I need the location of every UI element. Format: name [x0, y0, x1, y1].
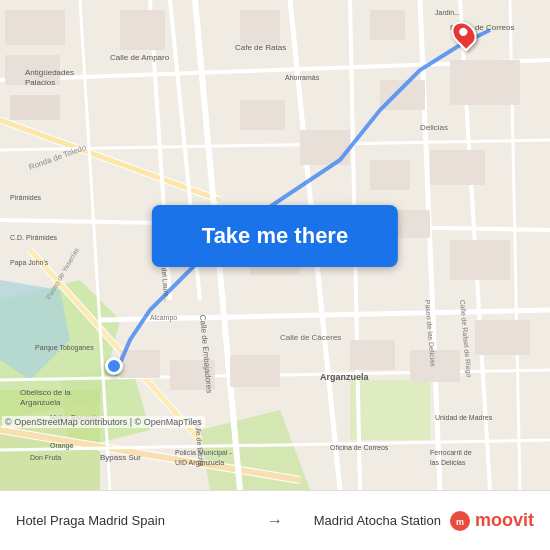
svg-text:Cafe de Ratas: Cafe de Ratas [235, 43, 286, 52]
svg-rect-5 [350, 380, 430, 440]
moovit-logo: m moovit [449, 510, 534, 532]
svg-text:m: m [456, 517, 464, 527]
svg-text:Alcampo: Alcampo [150, 314, 177, 322]
take-me-there-button[interactable]: Take me there [152, 205, 398, 267]
svg-rect-49 [230, 355, 280, 387]
svg-rect-34 [240, 100, 285, 130]
footer: Hotel Praga Madrid Spain → Madrid Atocha… [0, 490, 550, 550]
destination-pin [453, 20, 475, 48]
svg-text:Parque Toboganes: Parque Toboganes [35, 344, 94, 352]
moovit-brand-text: moovit [475, 510, 534, 531]
svg-rect-44 [350, 340, 395, 370]
svg-rect-28 [5, 10, 65, 45]
svg-rect-32 [240, 10, 280, 45]
footer-arrow: → [267, 512, 283, 530]
svg-text:Bypass Sur: Bypass Sur [100, 453, 141, 462]
svg-rect-39 [430, 150, 485, 185]
svg-text:Oficina de Correos: Oficina de Correos [330, 444, 389, 451]
svg-text:Unidad de Madres: Unidad de Madres [435, 414, 493, 421]
svg-text:Policía Municipal -: Policía Municipal - [175, 449, 232, 457]
svg-rect-31 [120, 10, 165, 50]
svg-text:Calle de Cáceres: Calle de Cáceres [280, 333, 341, 342]
svg-text:Delicias: Delicias [420, 123, 448, 132]
svg-rect-33 [370, 10, 405, 40]
svg-rect-38 [370, 160, 410, 190]
svg-rect-43 [450, 240, 510, 280]
origin-pin [105, 357, 123, 375]
map-attribution: © OpenStreetMap contributors | © OpenMap… [2, 416, 205, 428]
svg-text:Antigüedades: Antigüedades [25, 68, 74, 77]
svg-text:Pirámides: Pirámides [10, 194, 42, 201]
svg-text:Palacios: Palacios [25, 78, 55, 87]
svg-text:Ahorramás: Ahorramás [285, 74, 320, 81]
svg-rect-37 [450, 60, 520, 105]
svg-text:C.D. Pirámides: C.D. Pirámides [10, 234, 58, 241]
svg-text:Papa John's: Papa John's [10, 259, 49, 267]
svg-rect-30 [10, 95, 60, 120]
svg-text:UID Arganzuela: UID Arganzuela [175, 459, 224, 467]
svg-rect-46 [475, 320, 530, 355]
svg-text:Arganzuela: Arganzuela [20, 398, 61, 407]
moovit-logo-icon: m [449, 510, 471, 532]
svg-text:Calle de Amparo: Calle de Amparo [110, 53, 170, 62]
map-container: Ronda de Toledo Paseo de Yeserías Calle … [0, 0, 550, 490]
svg-text:las Delicias: las Delicias [430, 459, 466, 466]
destination-label: Madrid Atocha Station [314, 513, 441, 528]
svg-text:Ferrocarril de: Ferrocarril de [430, 449, 472, 456]
footer-destination-section: Madrid Atocha Station m moovit [283, 510, 534, 532]
svg-text:Don Fruta: Don Fruta [30, 454, 61, 461]
footer-origin-section: Hotel Praga Madrid Spain [16, 513, 267, 528]
origin-label: Hotel Praga Madrid Spain [16, 513, 165, 528]
svg-text:Obelisco de la: Obelisco de la [20, 388, 71, 397]
svg-text:Orange: Orange [50, 442, 73, 450]
svg-text:Arganzuela: Arganzuela [320, 372, 370, 382]
svg-text:Jardin...: Jardin... [435, 9, 460, 16]
